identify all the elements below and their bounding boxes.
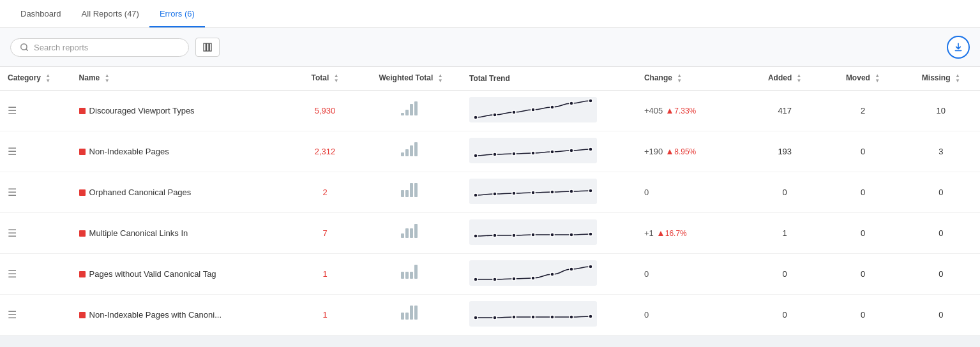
error-dot <box>79 108 86 114</box>
svg-point-70 <box>474 316 478 320</box>
moved-cell: 0 <box>824 172 901 213</box>
category-cell: ☰ <box>0 295 72 336</box>
svg-rect-69 <box>469 301 597 327</box>
svg-rect-32 <box>414 183 418 197</box>
added-cell: 417 <box>746 91 824 131</box>
name-cell[interactable]: Discouraged Viewport Types <box>72 91 290 131</box>
table-row[interactable]: ☰ Multiple Canonical Links In 7 +1 16.7% <box>0 213 980 254</box>
change-cell: +405 7.33% <box>637 91 746 131</box>
svg-point-23 <box>493 152 497 156</box>
tab-dashboard[interactable]: Dashboard <box>10 1 72 27</box>
total-cell: 7 <box>290 213 360 254</box>
total-cell: 2 <box>290 172 360 213</box>
svg-rect-5 <box>401 113 404 115</box>
svg-point-50 <box>550 233 554 237</box>
trend-cell <box>462 91 637 131</box>
svg-point-13 <box>531 108 535 112</box>
weighted-cell <box>360 254 462 295</box>
row-name: Multiple Canonical Links In <box>89 228 188 238</box>
trend-cell <box>462 131 637 172</box>
svg-point-52 <box>589 232 592 236</box>
svg-rect-65 <box>401 313 404 320</box>
svg-point-48 <box>512 233 516 237</box>
moved-cell: 0 <box>824 131 901 172</box>
change-cell: 0 <box>637 295 746 336</box>
svg-point-15 <box>569 101 573 105</box>
search-input[interactable] <box>34 43 179 52</box>
table-row[interactable]: ☰ Discouraged Viewport Types 5,930 +405 <box>0 91 980 131</box>
svg-point-22 <box>474 154 478 158</box>
svg-point-26 <box>550 150 554 154</box>
svg-point-63 <box>569 267 573 271</box>
missing-cell: 0 <box>902 213 980 254</box>
name-cell[interactable]: Non-Indexable Pages <box>72 131 290 172</box>
svg-rect-54 <box>405 272 409 279</box>
category-cell: ☰ <box>0 213 72 254</box>
weighted-cell <box>360 295 462 336</box>
table-row[interactable]: ☰ Orphaned Canonical Pages 2 0 0 0 0 <box>0 172 980 213</box>
moved-cell: 0 <box>824 295 901 336</box>
col-header-weighted[interactable]: Weighted Total ▲▼ <box>360 67 462 91</box>
table-row[interactable]: ☰ Pages without Valid Canonical Tag 1 0 … <box>0 254 980 295</box>
moved-cell: 0 <box>824 254 901 295</box>
tab-all-reports[interactable]: All Reports (47) <box>72 1 149 27</box>
added-cell: 0 <box>746 254 824 295</box>
col-header-moved[interactable]: Moved ▲▼ <box>824 67 901 91</box>
svg-rect-19 <box>410 145 413 156</box>
svg-point-28 <box>589 147 592 151</box>
sort-icon-added: ▲▼ <box>797 73 802 84</box>
svg-point-38 <box>550 190 554 194</box>
total-value: 1 <box>322 310 327 320</box>
svg-point-14 <box>550 105 554 109</box>
trend-cell <box>462 213 637 254</box>
svg-rect-43 <box>410 228 413 238</box>
download-button[interactable] <box>947 36 970 59</box>
svg-rect-3 <box>207 43 209 51</box>
svg-point-27 <box>569 149 573 152</box>
table-header-row: Category ▲▼ Name ▲▼ Total ▲▼ Weighted To… <box>0 67 980 91</box>
added-cell: 1 <box>746 213 824 254</box>
change-cell: 0 <box>637 254 746 295</box>
trend-up-icon <box>658 230 664 237</box>
error-dot <box>79 230 86 237</box>
name-cell[interactable]: Multiple Canonical Links In <box>72 213 290 254</box>
table-row[interactable]: ☰ Non-Indexable Pages with Canoni... 1 0… <box>0 295 980 336</box>
svg-rect-55 <box>410 272 413 279</box>
name-cell[interactable]: Pages without Valid Canonical Tag <box>72 254 290 295</box>
search-wrapper <box>10 38 189 57</box>
svg-rect-42 <box>405 228 409 238</box>
sparkbar-chart <box>401 183 421 200</box>
svg-rect-2 <box>204 43 206 51</box>
missing-cell: 10 <box>902 91 980 131</box>
name-cell[interactable]: Orphaned Canonical Pages <box>72 172 290 213</box>
col-header-category[interactable]: Category ▲▼ <box>0 67 72 91</box>
sparkbar-chart <box>401 101 421 118</box>
total-value: 2,312 <box>315 147 336 156</box>
svg-rect-8 <box>414 101 418 115</box>
col-header-change[interactable]: Change ▲▼ <box>637 67 746 91</box>
svg-rect-44 <box>414 224 418 238</box>
tab-errors[interactable]: Errors (6) <box>149 1 205 27</box>
error-dot <box>79 149 86 155</box>
columns-button[interactable] <box>195 38 220 57</box>
col-header-added[interactable]: Added ▲▼ <box>746 67 824 91</box>
col-header-name[interactable]: Name ▲▼ <box>72 67 290 91</box>
svg-rect-67 <box>410 306 413 320</box>
category-icon: ☰ <box>8 105 17 116</box>
col-header-missing[interactable]: Missing ▲▼ <box>902 67 980 91</box>
reports-table: Category ▲▼ Name ▲▼ Total ▲▼ Weighted To… <box>0 67 980 336</box>
col-header-total[interactable]: Total ▲▼ <box>290 67 360 91</box>
table-container: Category ▲▼ Name ▲▼ Total ▲▼ Weighted To… <box>0 67 980 336</box>
svg-rect-29 <box>401 190 404 197</box>
row-name: Non-Indexable Pages with Canoni... <box>89 310 222 320</box>
trend-up-icon <box>667 108 673 114</box>
sort-icon-missing: ▲▼ <box>955 73 960 84</box>
category-icon: ☰ <box>8 269 17 279</box>
table-row[interactable]: ☰ Non-Indexable Pages 2,312 +190 8.95% <box>0 131 980 172</box>
toolbar <box>0 28 980 67</box>
name-cell[interactable]: Non-Indexable Pages with Canoni... <box>72 295 290 336</box>
weighted-cell <box>360 131 462 172</box>
svg-rect-6 <box>405 110 409 115</box>
svg-point-74 <box>550 315 554 319</box>
sort-icon-total: ▲▼ <box>334 73 339 84</box>
